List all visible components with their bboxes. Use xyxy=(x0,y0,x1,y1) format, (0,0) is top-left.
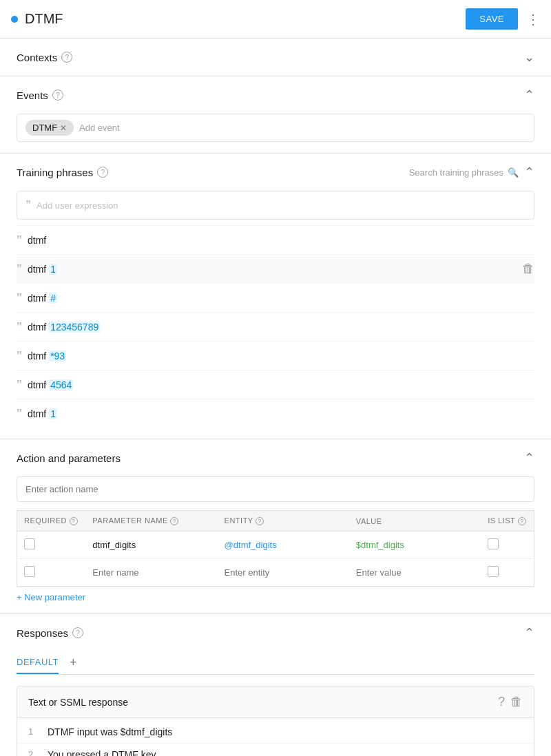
responses-title: Responses xyxy=(17,627,68,639)
table-row: ” dtmf 4564 🗑 xyxy=(17,370,534,399)
responses-tab-row: DEFAULT + xyxy=(17,651,534,675)
entity-link[interactable]: @dtmf_digits xyxy=(225,540,277,550)
quote-icon: ” xyxy=(17,292,22,304)
action-parameters-title: Action and parameters xyxy=(17,452,121,464)
more-icon[interactable]: ⋮ xyxy=(526,11,540,28)
events-chevron-icon[interactable]: ⌃ xyxy=(524,87,534,103)
phrase-text: dtmf 1 xyxy=(28,408,57,419)
training-phrases-help-icon[interactable]: ? xyxy=(97,167,108,178)
quote-icon: ” xyxy=(17,408,22,420)
header-left: DTMF xyxy=(11,11,63,27)
value-input[interactable] xyxy=(356,567,474,578)
events-title: Events xyxy=(17,90,48,101)
tab-default[interactable]: DEFAULT xyxy=(17,651,59,674)
param-name-input[interactable] xyxy=(92,567,210,578)
header: DTMF SAVE ⋮ xyxy=(0,0,551,39)
search-icon: 🔍 xyxy=(508,167,519,178)
phrase-text: dtmf # xyxy=(28,293,57,304)
phrase-left: ” dtmf *93 xyxy=(17,350,66,362)
events-title-row: Events ? xyxy=(17,90,63,101)
phrase-text: dtmf 1 xyxy=(28,264,57,275)
delete-phrase-icon[interactable]: 🗑 xyxy=(522,262,534,276)
contexts-title-row: Contexts ? xyxy=(17,52,72,63)
col-required: REQUIRED ? xyxy=(17,511,86,532)
help-icon[interactable]: ? xyxy=(498,695,505,709)
entity-input[interactable] xyxy=(225,567,342,578)
table-row: ” dtmf 123456789 🗑 xyxy=(17,312,534,341)
response-card: Text or SSML response ? 🗑 1 DTMF input w… xyxy=(17,686,534,756)
training-phrases-section: Training phrases ? Search training phras… xyxy=(0,154,551,439)
islist-checkbox[interactable] xyxy=(488,566,499,577)
response-card-title: Text or SSML response xyxy=(28,697,128,708)
quote-icon: ” xyxy=(17,321,22,333)
contexts-chevron-icon[interactable]: ⌄ xyxy=(524,50,534,65)
quote-icon: ” xyxy=(17,263,22,275)
training-phrases-title-row: Training phrases ? xyxy=(17,167,108,178)
action-parameters-section-header[interactable]: Action and parameters ⌃ xyxy=(17,439,534,476)
param-name-help-icon[interactable]: ? xyxy=(170,517,178,525)
phrase-left: ” dtmf 1 xyxy=(17,408,57,420)
page-title: DTMF xyxy=(25,11,63,27)
add-phrase-input[interactable]: ” Add user expression xyxy=(17,191,534,220)
search-training-phrases[interactable]: Search training phrases 🔍 xyxy=(409,167,519,178)
responses-help-icon[interactable]: ? xyxy=(72,627,83,638)
events-content: DTMF ✕ Add event xyxy=(17,114,534,153)
table-row: dtmf_digits @dtmf_digits $dtmf_digits xyxy=(17,532,534,559)
action-parameters-title-row: Action and parameters xyxy=(17,452,121,464)
responses-chevron-icon[interactable]: ⌃ xyxy=(524,625,534,640)
required-checkbox[interactable] xyxy=(24,538,35,549)
new-parameter-button[interactable]: + New parameter xyxy=(17,592,85,602)
delete-response-icon[interactable]: 🗑 xyxy=(510,695,523,709)
required-help-icon[interactable]: ? xyxy=(70,517,78,525)
col-islist: IS LIST ? xyxy=(481,511,534,532)
entity-help-icon[interactable]: ? xyxy=(256,517,264,525)
table-row: ” dtmf 1 🗑 xyxy=(17,399,534,428)
list-item: 2 You pressed a DTMF key xyxy=(17,744,534,756)
phrase-left: ” dtmf 1 xyxy=(17,263,57,275)
responses-section-header[interactable]: Responses ? ⌃ xyxy=(17,614,534,651)
contexts-title: Contexts xyxy=(17,52,57,63)
table-row: ” dtmf *93 🗑 xyxy=(17,341,534,370)
quote-icon: ” xyxy=(25,199,31,211)
table-row: ” dtmf 🗑 xyxy=(17,225,534,254)
response-text[interactable]: You pressed a DTMF key xyxy=(48,749,156,756)
add-event-input[interactable]: Add event xyxy=(79,123,120,133)
action-parameters-chevron-icon[interactable]: ⌃ xyxy=(524,450,534,465)
parameters-table: REQUIRED ? PARAMETER NAME ? ENTITY ? VAL… xyxy=(17,510,534,587)
training-phrases-right: Search training phrases 🔍 ⌃ xyxy=(409,165,534,180)
phrase-text: dtmf 4564 xyxy=(28,379,73,390)
col-entity: ENTITY ? xyxy=(218,511,349,532)
header-right: SAVE ⋮ xyxy=(466,8,540,30)
tab-add-icon[interactable]: + xyxy=(70,655,77,670)
responses-content: DEFAULT + Text or SSML response ? 🗑 1 DT… xyxy=(17,651,534,756)
phrase-left: ” dtmf 123456789 xyxy=(17,321,100,333)
value-link[interactable]: $dtmf_digits xyxy=(356,540,404,550)
response-card-header: Text or SSML response ? 🗑 xyxy=(17,686,534,718)
events-help-icon[interactable]: ? xyxy=(52,90,63,101)
events-section-header[interactable]: Events ? ⌃ xyxy=(17,76,534,114)
islist-checkbox[interactable] xyxy=(488,538,499,549)
phrase-left: ” dtmf 4564 xyxy=(17,379,73,391)
phrase-list: ” dtmf 🗑 ” dtmf 1 🗑 ” dtmf # 🗑 xyxy=(17,225,534,428)
contexts-section-header[interactable]: Contexts ? ⌄ xyxy=(17,39,534,76)
response-card-icons: ? 🗑 xyxy=(498,695,523,709)
phrase-highlight: # xyxy=(49,293,57,304)
response-text[interactable]: DTMF input was $dtmf_digits xyxy=(48,726,172,737)
event-tag-close-icon[interactable]: ✕ xyxy=(60,123,67,133)
phrase-text: dtmf xyxy=(28,235,46,246)
phrase-text: dtmf *93 xyxy=(28,350,66,361)
required-checkbox[interactable] xyxy=(24,566,35,577)
training-chevron-icon[interactable]: ⌃ xyxy=(524,165,534,180)
contexts-help-icon[interactable]: ? xyxy=(61,52,72,63)
event-tags-container[interactable]: DTMF ✕ Add event xyxy=(17,114,534,142)
quote-icon: ” xyxy=(17,350,22,362)
response-num: 2 xyxy=(28,749,39,756)
phrase-text: dtmf 123456789 xyxy=(28,322,100,333)
action-name-input[interactable] xyxy=(17,476,534,502)
table-row: ” dtmf # 🗑 xyxy=(17,283,534,312)
islist-help-icon[interactable]: ? xyxy=(518,517,526,525)
response-num: 1 xyxy=(28,726,39,737)
param-name-cell: dtmf_digits xyxy=(85,532,217,559)
responses-title-row: Responses ? xyxy=(17,627,83,639)
save-button[interactable]: SAVE xyxy=(466,8,518,30)
